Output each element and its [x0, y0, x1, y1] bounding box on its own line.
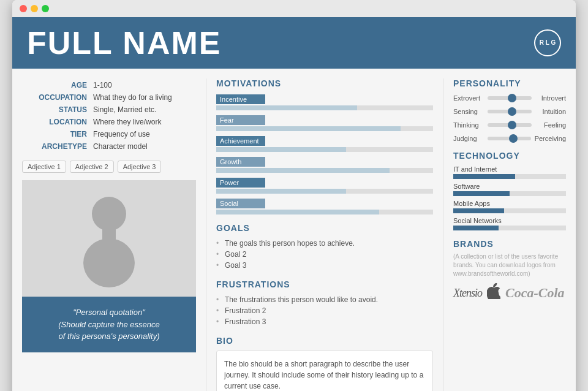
tech-bar-it: [453, 174, 515, 179]
motivation-fear: Fear: [216, 114, 433, 131]
slider-extrovert-introvert: Extrovert Introvert: [453, 94, 566, 102]
avatar-box: [22, 180, 196, 297]
slider-thumb-3[interactable]: [508, 121, 516, 129]
location-value: Where they live/work: [91, 116, 195, 127]
tech-name-mobile: Mobile Apps: [453, 200, 566, 207]
quote-box: "Personal quotation" (Should capture the…: [22, 297, 196, 352]
tech-bar-mobile: [453, 208, 504, 213]
bio-text: The bio should be a short paragraph to d…: [224, 359, 425, 391]
tech-name-software: Software: [453, 183, 566, 190]
frustrations-list: The frustrations this person would like …: [216, 294, 433, 327]
bio-box: The bio should be a short paragraph to d…: [216, 351, 433, 391]
table-row: STATUS Single, Married etc.: [23, 104, 195, 115]
bar-label-fear: Fear: [216, 115, 265, 125]
brand-logos-container: Xtensio Coca-Cola: [453, 283, 566, 303]
main-window: FULL NAME R L G AGE 1-100 OCCUPATION Wha…: [12, 0, 576, 391]
slider-track-3[interactable]: [488, 123, 532, 127]
adjectives-row: Adjective 1 Adjective 2 Adjective 3: [22, 161, 196, 173]
motivation-incentive: Incentive: [216, 93, 433, 110]
list-item: The goals this person hopes to achieve.: [216, 238, 433, 249]
tech-it-internet: IT and Internet: [453, 165, 566, 179]
bar-label-social: Social: [216, 199, 265, 208]
profile-info-table: AGE 1-100 OCCUPATION What they do for a …: [22, 78, 196, 153]
adjective-3: Adjective 3: [118, 161, 162, 173]
age-value: 1-100: [91, 80, 195, 91]
personality-title: PERSONALITY: [453, 78, 566, 88]
tier-value: Frequency of use: [91, 129, 195, 140]
brands-description: (A collection or list of the users favor…: [453, 252, 566, 278]
table-row: TIER Frequency of use: [23, 129, 195, 140]
left-column: AGE 1-100 OCCUPATION What they do for a …: [22, 78, 206, 391]
tech-bar-software: [453, 191, 510, 196]
tech-name-it: IT and Internet: [453, 165, 566, 173]
status-value: Single, Married etc.: [91, 104, 195, 115]
slider-label-extrovert: Extrovert: [453, 94, 484, 102]
status-label: STATUS: [23, 104, 89, 115]
goals-title: GOALS: [216, 223, 433, 233]
slider-label-intuition: Intuition: [535, 108, 566, 115]
occupation-label: OCCUPATION: [23, 92, 89, 103]
occupation-value: What they do for a living: [91, 92, 195, 103]
avatar-silhouette: [75, 189, 143, 287]
close-dot[interactable]: [20, 5, 27, 12]
header: FULL NAME R L G: [12, 17, 576, 69]
tier-label: TIER: [23, 129, 89, 140]
brand-xtensio: Xtensio: [453, 287, 482, 300]
motivation-social: Social: [216, 197, 433, 214]
slider-judging-perceiving: Judging Perceiving: [453, 135, 566, 142]
list-item: Goal 2: [216, 249, 433, 260]
minimize-dot[interactable]: [31, 5, 38, 12]
slider-thumb-2[interactable]: [508, 107, 516, 116]
table-row: LOCATION Where they live/work: [23, 116, 195, 127]
table-row: AGE 1-100: [23, 80, 195, 91]
motivation-power: Power: [216, 177, 433, 194]
list-item: Frustration 2: [216, 305, 433, 316]
brand-apple: [487, 283, 500, 303]
slider-label-perceiving: Perceiving: [535, 135, 566, 142]
slider-track-1[interactable]: [488, 96, 532, 100]
location-label: LOCATION: [23, 116, 89, 127]
frustrations-title: FRUSTRATIONS: [216, 279, 433, 289]
slider-thumb-4[interactable]: [509, 134, 518, 143]
list-item: Goal 3: [216, 260, 433, 271]
slider-label-judging: Judging: [453, 135, 484, 142]
tech-software: Software: [453, 183, 566, 196]
motivation-growth: Growth: [216, 156, 433, 173]
slider-track-4[interactable]: [488, 137, 531, 140]
right-column: PERSONALITY Extrovert Introvert Sensing …: [443, 78, 566, 391]
bar-label-power: Power: [216, 178, 265, 188]
slider-track-2[interactable]: [488, 110, 532, 113]
adjective-2: Adjective 2: [70, 161, 114, 173]
slider-thumb-1[interactable]: [508, 94, 516, 102]
quote-text: "Personal quotation" (Should capture the…: [58, 306, 160, 343]
middle-column: MOTIVATIONS Incentive Fear Achievement G…: [206, 78, 443, 391]
list-item: The frustrations this person would like …: [216, 294, 433, 305]
persona-name: FULL NAME: [27, 25, 221, 61]
bio-title: BIO: [216, 336, 433, 346]
motivation-achievement: Achievement: [216, 135, 433, 152]
tech-mobile-apps: Mobile Apps: [453, 200, 566, 213]
table-row: ARCHETYPE Character model: [23, 141, 195, 152]
table-row: OCCUPATION What they do for a living: [23, 92, 195, 103]
slider-thinking-feeling: Thinking Feeling: [453, 121, 566, 129]
list-item: Frustration 3: [216, 316, 433, 327]
slider-sensing-intuition: Sensing Intuition: [453, 108, 566, 115]
slider-label-introvert: Introvert: [535, 94, 566, 102]
svg-rect-2: [102, 229, 116, 240]
svg-point-0: [92, 197, 126, 231]
title-bar: [12, 0, 576, 17]
archetype-value: Character model: [91, 141, 195, 152]
svg-point-1: [83, 238, 135, 287]
motivations-title: MOTIVATIONS: [216, 78, 433, 88]
age-label: AGE: [23, 80, 89, 91]
bar-label-growth: Growth: [216, 157, 265, 167]
slider-label-thinking: Thinking: [453, 121, 484, 129]
tech-name-social: Social Networks: [453, 217, 566, 224]
technology-title: TECHNOLOGY: [453, 151, 566, 161]
content-area: AGE 1-100 OCCUPATION What they do for a …: [12, 69, 576, 391]
tech-bar-social: [453, 226, 499, 230]
maximize-dot[interactable]: [42, 5, 49, 12]
goals-list: The goals this person hopes to achieve. …: [216, 238, 433, 271]
bar-label-achievement: Achievement: [216, 136, 265, 146]
brands-title: BRANDS: [453, 239, 566, 249]
